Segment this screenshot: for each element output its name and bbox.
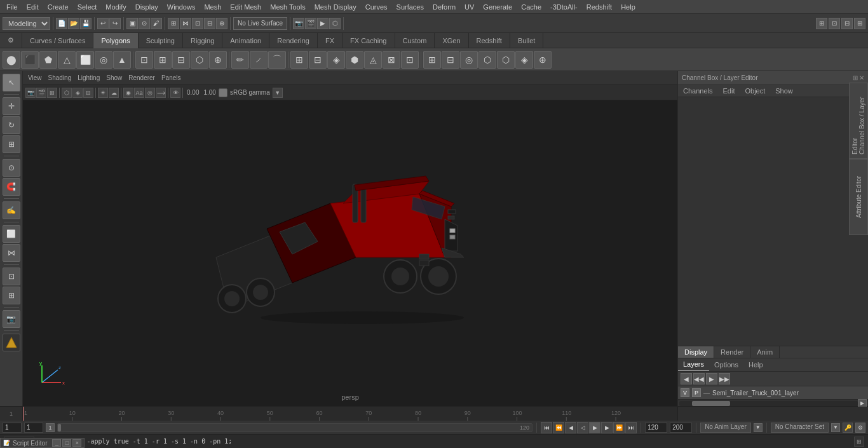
anim-start-field[interactable] (645, 423, 667, 433)
layer-back-icon[interactable]: ◀ (681, 373, 692, 384)
tab-curves-surfaces[interactable]: Curves / Surfaces (22, 33, 93, 48)
redo-icon[interactable]: ↪ (109, 18, 121, 29)
next-frame-btn[interactable]: ▶ (601, 422, 613, 433)
shelf-separate-icon[interactable]: ⊟ (309, 51, 327, 69)
sculpt-btn[interactable]: ✍ (3, 201, 20, 219)
mode-select[interactable]: Modeling (3, 17, 50, 30)
menu-cache[interactable]: Cache (517, 2, 545, 12)
shelf-prism-icon[interactable]: ▲ (113, 51, 131, 69)
vp-dof-icon[interactable]: ◎ (145, 88, 155, 98)
tab-rendering[interactable]: Rendering (269, 33, 318, 48)
anim-tab[interactable]: Anim (750, 346, 780, 358)
layer-scrollbar[interactable]: ▶ (678, 400, 868, 406)
shelf-extra5-icon[interactable]: ⬡ (497, 51, 515, 69)
snap-live-icon[interactable]: ⊕ (216, 18, 227, 29)
shelf-sphere-icon[interactable]: ⬤ (3, 51, 20, 69)
vp-wire-icon[interactable]: ⊟ (83, 88, 93, 98)
shelf-combine-icon[interactable]: ⊞ (290, 51, 308, 69)
show-menu[interactable]: Show (104, 74, 125, 82)
move-tool-btn[interactable]: ✛ (3, 97, 20, 115)
last-frame-btn[interactable]: ⏭ (625, 422, 637, 433)
layout4-icon[interactable]: ⊞ (854, 18, 865, 29)
shelf-plane-icon[interactable]: ⬜ (76, 51, 94, 69)
renderer-menu[interactable]: Renderer (126, 74, 158, 82)
menu-edit[interactable]: Edit (23, 2, 43, 12)
tab-settings-icon[interactable]: ⚙ (0, 33, 22, 48)
snap-grid-icon[interactable]: ⊞ (168, 18, 179, 29)
new-scene-icon[interactable]: 📄 (56, 18, 67, 29)
ipr-icon[interactable]: ⬡ (329, 18, 341, 29)
show-tab[interactable]: Show (770, 85, 798, 97)
window-close-btn[interactable]: × (72, 439, 81, 447)
shelf-bevel-icon[interactable]: ◬ (364, 51, 382, 69)
menu-deform[interactable]: Deform (429, 2, 459, 12)
first-frame-btn[interactable]: ⏮ (541, 422, 552, 433)
lasso-btn[interactable]: ⋈ (3, 244, 20, 262)
panels-menu[interactable]: Panels (159, 74, 184, 82)
options-tab[interactable]: Options (709, 359, 743, 370)
shelf-extra3-icon[interactable]: ◎ (460, 51, 478, 69)
layout3-icon[interactable]: ⊟ (841, 18, 853, 29)
shelf-extra7-icon[interactable]: ⊕ (534, 51, 552, 69)
layer-visibility[interactable]: V (681, 388, 689, 397)
menu-uv[interactable]: UV (461, 2, 478, 12)
window-max-btn[interactable]: □ (62, 439, 71, 447)
menu-mesh-tools[interactable]: Mesh Tools (266, 2, 309, 12)
grid2-btn[interactable]: ⊞ (3, 287, 20, 304)
shelf-mesh1-icon[interactable]: ⊡ (135, 51, 153, 69)
shelf-extra6-icon[interactable]: ◈ (515, 51, 533, 69)
shelf-mirror-icon[interactable]: ⊡ (401, 51, 419, 69)
lasso-icon[interactable]: ⊙ (139, 18, 150, 29)
auto-key-btn[interactable]: 🔑 (843, 423, 853, 433)
script-editor-btn[interactable]: ⊞ (854, 437, 864, 447)
snap-curve-icon[interactable]: ⋈ (180, 18, 191, 29)
vp-motion-icon[interactable]: ⟶ (156, 88, 166, 98)
shelf-cube-icon[interactable]: ⬛ (21, 51, 39, 69)
tab-bullet[interactable]: Bullet (510, 33, 544, 48)
shelf-mesh4-icon[interactable]: ⬡ (191, 51, 208, 69)
vp-shaded-icon[interactable]: ◈ (72, 88, 83, 98)
tab-polygons[interactable]: Polygons (93, 33, 138, 48)
shelf-extra2-icon[interactable]: ⊟ (442, 51, 459, 69)
tab-fx-caching[interactable]: FX Caching (342, 33, 395, 48)
tab-redshift[interactable]: Redshift (469, 33, 510, 48)
layer-name[interactable]: Semi_Trailer_Truck_001_layer (712, 390, 865, 397)
shelf-cylinder-icon[interactable]: ⬟ (39, 51, 57, 69)
vp-aa-icon[interactable]: Aa (134, 88, 144, 98)
live-surface-button[interactable]: No Live Surface (233, 17, 287, 30)
shelf-cone-icon[interactable]: △ (58, 51, 76, 69)
prev-frame-btn[interactable]: ◀ (565, 422, 576, 433)
shelf-pen-icon[interactable]: ✏ (231, 51, 249, 69)
shelf-torus-icon[interactable]: ◎ (95, 51, 112, 69)
menu-modify[interactable]: Modify (102, 2, 130, 12)
shelf-extra1-icon[interactable]: ⊞ (423, 51, 441, 69)
layer-fwd2-icon[interactable]: ▶▶ (719, 373, 730, 384)
grid-btn[interactable]: ⊡ (3, 268, 20, 285)
select-icon[interactable]: ▣ (126, 18, 138, 29)
layer-fwd-icon[interactable]: ▶ (706, 373, 717, 384)
tab-animation[interactable]: Animation (222, 33, 269, 48)
menu-curves[interactable]: Curves (362, 2, 391, 12)
select-tool-btn[interactable]: ↖ (3, 74, 20, 92)
tab-fx[interactable]: FX (318, 33, 342, 48)
shelf-extra4-icon[interactable]: ⬡ (478, 51, 496, 69)
viewport[interactable]: View Shading Lighting Show Renderer Pane… (23, 71, 677, 406)
panel-close-icon[interactable]: ✕ (859, 74, 864, 81)
tab-sculpting[interactable]: Sculpting (139, 33, 183, 48)
menu-display[interactable]: Display (132, 2, 162, 12)
menu-mesh[interactable]: Mesh (200, 2, 225, 12)
scrollbar-thumb[interactable] (692, 401, 730, 406)
slider-thumb[interactable] (58, 424, 61, 431)
tab-custom[interactable]: Custom (395, 33, 435, 48)
vp-color-dropdown[interactable]: ▼ (273, 88, 283, 98)
maya-logo-btn[interactable] (3, 334, 20, 351)
menu-generate[interactable]: Generate (479, 2, 516, 12)
open-icon[interactable]: 📂 (68, 18, 79, 29)
view-menu[interactable]: View (25, 74, 44, 82)
menu-help[interactable]: Help (617, 2, 639, 12)
scale-tool-btn[interactable]: ⊞ (3, 135, 20, 153)
scrollbar-track[interactable] (679, 401, 858, 406)
undo-icon[interactable]: ↩ (97, 18, 109, 29)
camera-btn[interactable]: 📷 (3, 310, 20, 328)
render-icon[interactable]: 🎬 (305, 18, 316, 29)
